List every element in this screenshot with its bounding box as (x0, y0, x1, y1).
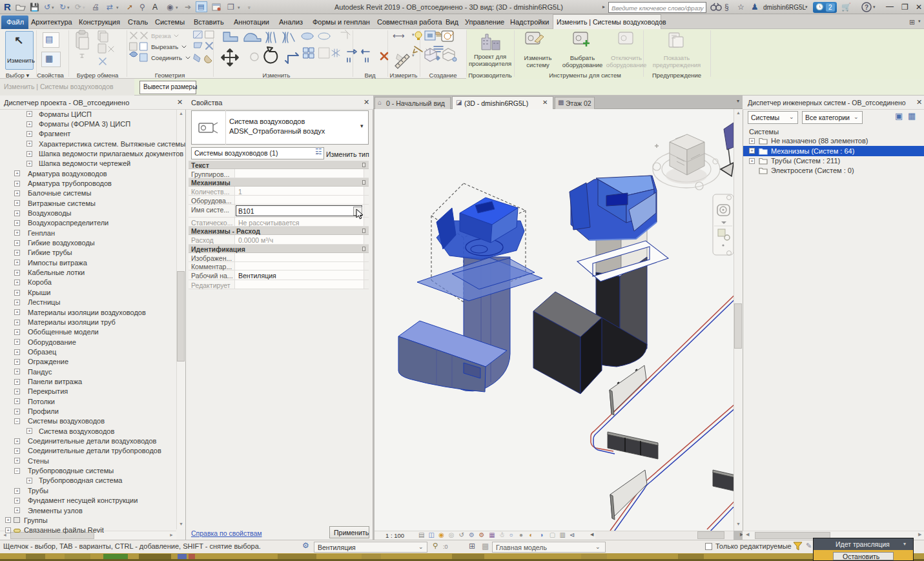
svg-text:Врезка: Врезка (151, 32, 171, 39)
svg-text:?: ? (865, 4, 868, 11)
svg-text:Соединить: Соединить (151, 54, 182, 61)
svg-text:Вырезать: Вырезать (151, 43, 178, 50)
